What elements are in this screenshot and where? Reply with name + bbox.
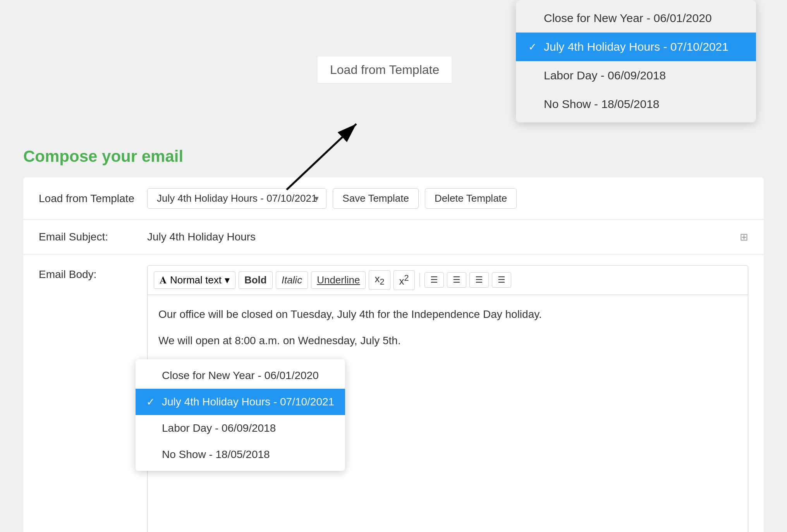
email-subject-controls: ⊞	[147, 231, 748, 243]
email-subject-label: Email Subject:	[39, 231, 147, 243]
compose-title: Compose your email	[23, 147, 764, 166]
email-body-row: Email Body: 𝐀 Normal text ▾ Bold Italic …	[23, 254, 764, 532]
email-body-label: Email Body:	[39, 265, 147, 281]
delete-template-button[interactable]: Delete Template	[425, 188, 517, 209]
dropdown-top-item-1-label: Close for New Year - 06/01/2020	[544, 12, 712, 25]
dropdown-top-item-1[interactable]: Close for New Year - 06/01/2020	[516, 4, 756, 33]
dropdown-main-item-2-label: July 4th Holiday Hours - 07/10/2021	[162, 396, 334, 408]
email-subject-input[interactable]	[147, 231, 734, 243]
dropdown-top-item-2[interactable]: ✓ July 4th Holiday Hours - 07/10/2021	[516, 33, 756, 61]
dropdown-main-item-2[interactable]: ✓ July 4th Holiday Hours - 07/10/2021	[136, 389, 345, 415]
superscript-button[interactable]: x2	[394, 270, 415, 290]
indent-decrease-button[interactable]: ☰	[469, 272, 489, 288]
email-subject-row: Email Subject: ⊞	[23, 220, 764, 254]
font-icon: 𝐀	[160, 274, 167, 286]
italic-button[interactable]: Italic	[276, 271, 308, 289]
body-line-1: Our office will be closed on Tuesday, Ju…	[158, 306, 737, 323]
font-selector-label: Normal text	[170, 274, 222, 286]
top-load-template-label: Load from Template	[318, 57, 452, 84]
underline-button[interactable]: Underline	[311, 271, 366, 289]
page-container: Load from Template Close for New Year - …	[0, 0, 787, 532]
form-area: Load from Template July 4th Holiday Hour…	[23, 177, 764, 532]
list-ordered-button[interactable]: ☰	[424, 272, 444, 288]
dropdown-main-item-1[interactable]: Close for New Year - 06/01/2020	[136, 362, 345, 389]
dropdown-main-item-3-label: Labor Day - 06/09/2018	[162, 422, 276, 434]
dropdown-popup-main: Close for New Year - 06/01/2020 ✓ July 4…	[136, 359, 345, 471]
font-dropdown-arrow: ▾	[225, 274, 230, 286]
compose-section: Compose your email Load from Template Ju…	[0, 147, 787, 532]
load-template-row: Load from Template July 4th Holiday Hour…	[23, 177, 764, 220]
svg-line-1	[287, 124, 356, 190]
dropdown-top-item-2-label: July 4th Holiday Hours - 07/10/2021	[544, 40, 729, 53]
arrow-annotation	[263, 112, 380, 197]
bold-button[interactable]: Bold	[239, 271, 273, 289]
indent-increase-button[interactable]: ☰	[492, 272, 511, 288]
font-selector-button[interactable]: 𝐀 Normal text ▾	[154, 271, 235, 289]
load-template-label: Load from Template	[39, 192, 147, 205]
body-line-2: We will open at 8:00 a.m. on Wednesday, …	[158, 332, 737, 350]
load-template-controls: July 4th Holiday Hours - 07/10/2021 Save…	[147, 188, 748, 209]
dropdown-main-item-4-label: No Show - 18/05/2018	[162, 448, 270, 461]
dropdown-top-item-4[interactable]: No Show - 18/05/2018	[516, 90, 756, 118]
check-icon-main-2: ✓	[146, 396, 157, 408]
dropdown-main-item-4[interactable]: No Show - 18/05/2018	[136, 441, 345, 468]
subject-icon: ⊞	[740, 231, 748, 243]
dropdown-top-item-4-label: No Show - 18/05/2018	[544, 98, 660, 111]
subscript-button[interactable]: x2	[369, 270, 390, 290]
dropdown-main-item-1-label: Close for New Year - 06/01/2020	[162, 369, 319, 382]
dropdown-top-item-3-label: Labor Day - 06/09/2018	[544, 69, 666, 82]
check-icon-2: ✓	[528, 41, 539, 53]
dropdown-main-item-3[interactable]: Labor Day - 06/09/2018	[136, 415, 345, 441]
list-unordered-button[interactable]: ☰	[447, 272, 466, 288]
toolbar-row: 𝐀 Normal text ▾ Bold Italic Underline x2…	[147, 265, 748, 295]
dropdown-top-item-3[interactable]: Labor Day - 06/09/2018	[516, 61, 756, 90]
toolbar-divider-1	[419, 273, 420, 287]
dropdown-popup-top: Close for New Year - 06/01/2020 ✓ July 4…	[516, 0, 756, 122]
